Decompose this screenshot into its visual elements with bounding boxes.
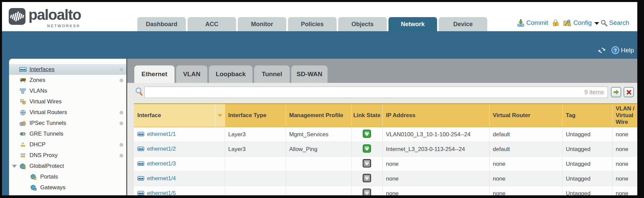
palo-alto-webui: { "header": { "logo": { "title": "paloal… — [0, 0, 644, 198]
vlans-icon — [18, 88, 28, 94]
tab-policies[interactable]: Policies — [288, 17, 337, 31]
interface-link[interactable]: ethernet1/2 — [147, 146, 176, 152]
table-row[interactable]: ethernet1/4nonenoneUntaggednone — [134, 171, 637, 186]
interface-link[interactable]: ethernet1/4 — [147, 175, 176, 182]
link-down-icon — [363, 159, 371, 167]
top-bar: paloalto NETWORKS® DashboardACCMonitorPo… — [2, 2, 637, 31]
subtab-band: EthernetVLANLoopbackTunnelSD-WAN — [127, 59, 637, 83]
sub-toolbar: ? Help — [2, 31, 637, 59]
search-button[interactable]: Search — [600, 19, 629, 27]
sidebar-item-dns-proxy[interactable]: DNSDNS Proxy — [9, 150, 126, 161]
sidebar-item-label: Virtual Wires — [29, 98, 62, 105]
sidebar-item-label: DHCP — [29, 141, 46, 148]
sidebar-item-dhcp[interactable]: IPDHCP — [9, 139, 126, 150]
cell-vlan-virtual-wire: none — [612, 157, 637, 171]
cell-ip-address: Internet_L3_203-0-113-254--24 — [382, 142, 489, 157]
help-button[interactable]: ? Help — [611, 46, 634, 54]
table-row[interactable]: ethernet1/1Layer3Mgmt_ServicesVLAN0100_L… — [134, 127, 637, 142]
column-header-interface[interactable]: Interface — [134, 104, 215, 127]
dhcp-icon: IP — [18, 142, 28, 148]
status-dot — [120, 121, 123, 125]
cell-virtual-router: default — [489, 142, 562, 157]
column-header-virtual-router[interactable]: Virtual Router — [489, 104, 562, 127]
sidebar-item-interfaces[interactable]: Interfaces — [9, 64, 126, 75]
subtab-ethernet[interactable]: Ethernet — [134, 65, 174, 83]
subtab-tunnel[interactable]: Tunnel — [254, 65, 290, 83]
cell-link-state — [351, 142, 382, 157]
refresh-icon[interactable] — [597, 46, 606, 54]
interface-link[interactable]: ethernet1/1 — [147, 131, 176, 138]
tab-network[interactable]: Network — [388, 17, 437, 31]
sidebar-item-gateways[interactable]: Gateways — [9, 182, 126, 193]
column-header-ip-address[interactable]: IP Address — [382, 104, 489, 127]
cell-virtual-router: none — [489, 171, 562, 186]
sidebar-item-virtual-routers[interactable]: Virtual Routers — [9, 107, 126, 118]
filter-clear-button[interactable] — [624, 87, 634, 97]
cell-interface: ethernet1/5 — [134, 186, 225, 196]
sidebar-item-portals[interactable]: Portals — [9, 171, 126, 182]
sidebar-item-ipsec-tunnels[interactable]: IPSec Tunnels — [9, 118, 126, 129]
globalprotect-icon — [18, 163, 28, 169]
interface-link[interactable]: ethernet1/3 — [147, 160, 176, 167]
commit-button[interactable]: Commit — [517, 19, 548, 27]
column-sort-dropdown[interactable] — [215, 104, 225, 127]
column-header-vlan-virtual-wire[interactable]: VLAN / Virtual Wire — [612, 104, 637, 127]
cell-virtual-router: none — [489, 186, 562, 196]
cell-link-state — [351, 157, 382, 171]
subtab-vlan[interactable]: VLAN — [176, 65, 207, 83]
config-menu-button[interactable]: Config — [563, 19, 600, 27]
cell-interface: ethernet1/2 — [134, 142, 225, 157]
cell-vlan-virtual-wire: none — [612, 142, 637, 157]
cell-ip-address: VLAN0100_L3_10-1-100-254--24 — [382, 127, 489, 142]
table-row[interactable]: ethernet1/2Layer3Allow_PingInternet_L3_2… — [134, 142, 637, 157]
tab-acc[interactable]: ACC — [188, 17, 236, 31]
tab-monitor[interactable]: Monitor — [238, 17, 286, 31]
portals-icon — [28, 174, 39, 180]
ipsec-tunnels-icon — [18, 120, 28, 126]
filter-input[interactable] — [144, 87, 608, 98]
interface-type-tabs: EthernetVLANLoopbackTunnelSD-WAN — [134, 65, 328, 83]
brand-title: paloalto — [28, 6, 81, 23]
network-sidebar: InterfacesZonesVLANsVirtual WiresVirtual… — [9, 59, 127, 195]
tab-dashboard[interactable]: Dashboard — [137, 17, 186, 31]
interface-link[interactable]: ethernet1/5 — [147, 190, 176, 195]
sidebar-item-label: GRE Tunnels — [29, 131, 63, 137]
content-area: 9 items InterfaceInterface TypeManagemen… — [127, 83, 637, 195]
help-label: Help — [621, 47, 634, 54]
tab-device[interactable]: Device — [439, 17, 487, 31]
cell-ip-address: none — [382, 171, 489, 186]
svg-text:DNS: DNS — [20, 153, 25, 155]
table-row[interactable]: ethernet1/3nonenoneUntaggednone — [134, 157, 637, 171]
brand-subtitle: NETWORKS® — [47, 24, 80, 28]
sidebar-item-zones[interactable]: Zones — [9, 75, 126, 86]
help-icon: ? — [611, 46, 620, 54]
cell-link-state — [351, 127, 382, 142]
column-header-interface-type[interactable]: Interface Type — [225, 104, 286, 127]
sidebar-item-gre-tunnels[interactable]: GRE Tunnels — [9, 129, 126, 139]
column-header-tag[interactable]: Tag — [562, 104, 612, 127]
zones-icon — [18, 78, 28, 83]
commit-label: Commit — [526, 19, 548, 27]
cell-vlan-virtual-wire: none — [612, 127, 637, 142]
sidebar-item-virtual-wires[interactable]: Virtual Wires — [9, 96, 126, 107]
filter-apply-button[interactable] — [611, 87, 621, 97]
sidebar-item-vlans[interactable]: VLANs — [9, 86, 126, 96]
sidebar-item-label: Interfaces — [29, 66, 55, 73]
link-down-icon — [363, 174, 371, 182]
cell-interface: ethernet1/3 — [134, 157, 225, 171]
sidebar-item-label: VLANs — [29, 88, 47, 94]
lock-icon[interactable] — [552, 19, 559, 27]
tab-objects[interactable]: Objects — [338, 17, 387, 31]
cell-tag: Untagged — [562, 171, 612, 186]
column-header-link-state[interactable]: Link State — [351, 104, 382, 127]
column-header-management-profile[interactable]: Management Profile — [286, 104, 351, 127]
status-dot — [120, 68, 123, 71]
sidebar-item-globalprotect[interactable]: GlobalProtect — [9, 161, 126, 171]
link-down-icon — [363, 189, 371, 196]
table-row[interactable]: ethernet1/5nonenoneUntaggednone — [134, 186, 637, 196]
subtab-loopback[interactable]: Loopback — [209, 65, 253, 83]
utility-bar: Commit Config Search — [517, 17, 629, 29]
expander-down-icon[interactable] — [12, 165, 17, 168]
sidebar-item-label: Zones — [29, 77, 45, 84]
subtab-sd-wan[interactable]: SD-WAN — [291, 65, 328, 83]
